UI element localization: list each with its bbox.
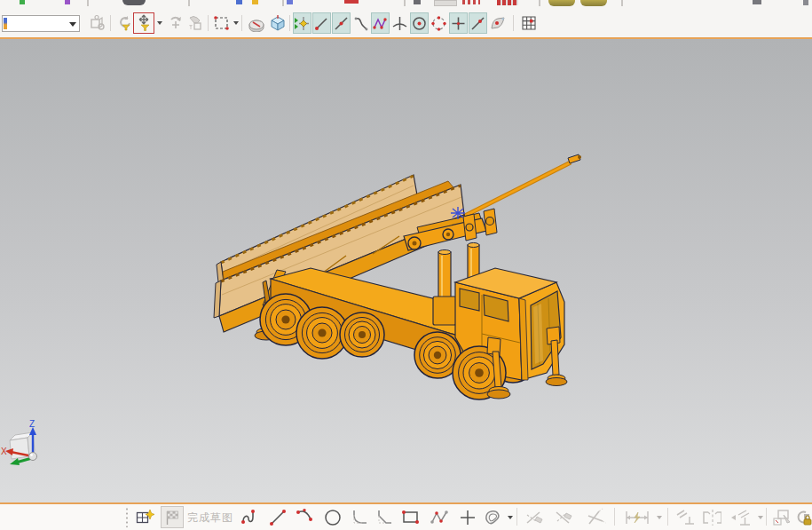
combo-dropdown-arrow-icon[interactable] — [69, 22, 76, 27]
ellipse-dropdown-icon[interactable] — [508, 516, 513, 519]
hydraulic-cylinder[interactable] — [433, 250, 456, 326]
arc-button[interactable] — [294, 506, 317, 528]
existing-point-snap-button[interactable] — [371, 12, 390, 34]
toolbar-drag-handle[interactable] — [125, 507, 129, 527]
rectangle-button[interactable] — [398, 506, 422, 528]
point-on-surface-snap-button[interactable] — [488, 12, 508, 34]
alternate-solution-button[interactable] — [792, 506, 812, 528]
create-sketch-button[interactable] — [133, 506, 156, 528]
point-on-surface-snap-icon — [489, 15, 508, 32]
toolbar-separator — [208, 15, 209, 31]
point-on-curve-snap-button[interactable] — [469, 12, 487, 34]
toolbar-separator — [766, 508, 767, 526]
ellipse-button[interactable] — [482, 506, 505, 528]
intersection-snap-button[interactable] — [390, 12, 409, 34]
show-hide-button[interactable] — [87, 12, 108, 34]
previous-filter-button[interactable] — [114, 12, 135, 34]
point-icon — [458, 508, 477, 527]
midpoint-snap-icon — [333, 15, 350, 32]
snapshot-solid-icon — [247, 14, 266, 32]
endpoint-snap-button[interactable] — [312, 12, 331, 34]
geometric-constraints-icon — [674, 508, 695, 527]
circle-button[interactable] — [321, 506, 344, 528]
rapid-dimension-button[interactable] — [621, 506, 653, 528]
clipped-icon-fragment — [287, 0, 293, 4]
toolbar-grip — [188, 0, 190, 6]
profile-button[interactable] — [238, 506, 261, 528]
quick-trim-button[interactable] — [523, 506, 546, 528]
wheel[interactable] — [340, 312, 384, 357]
csys-marker[interactable] — [451, 207, 465, 219]
arc-center-snap-icon — [411, 15, 428, 32]
clipped-icon-fragment — [580, 0, 607, 6]
selection-filter-button[interactable] — [133, 12, 154, 34]
control-point-snap-icon — [352, 15, 369, 32]
control-point-snap-button[interactable] — [351, 12, 370, 34]
enable-snap-point-button[interactable] — [293, 12, 311, 34]
fillet-button[interactable] — [349, 506, 372, 528]
clipped-icon-fragment — [414, 0, 421, 4]
arc-center-snap-button[interactable] — [410, 12, 429, 34]
toolbar-separator — [241, 15, 242, 31]
dimension-dropdown-icon[interactable] — [657, 516, 662, 519]
toolbar-grip — [404, 0, 406, 6]
studio-spline-icon — [429, 508, 450, 527]
model-truck-scene[interactable]: X Z — [0, 39, 812, 502]
quick-extend-icon — [553, 508, 574, 527]
display-constraints-dropdown-icon[interactable] — [758, 516, 763, 519]
rotate-reposition-button[interactable] — [165, 12, 186, 34]
studio-spline-button[interactable] — [428, 506, 451, 528]
chamfer-button[interactable] — [374, 506, 397, 528]
circle-icon — [322, 507, 343, 528]
clipped-toolbar-row — [0, 0, 812, 9]
shaded-cube-icon — [268, 13, 288, 33]
snapshot-solid-button[interactable] — [246, 12, 267, 34]
triad-x-label: X — [1, 447, 7, 456]
antenna-rod[interactable] — [463, 154, 581, 217]
toolbar-separator — [667, 508, 668, 526]
view-triad[interactable]: X Z — [1, 419, 37, 465]
make-corner-button[interactable] — [584, 506, 607, 528]
mirror-curve-button[interactable] — [699, 506, 722, 528]
application-window: X Z 完成草图 — [0, 0, 812, 530]
shaded-cube-button[interactable] — [267, 12, 288, 34]
finish-sketch-button[interactable] — [161, 506, 184, 528]
clipped-icon-fragment — [20, 0, 25, 4]
grid-point-button[interactable] — [518, 12, 540, 34]
selection-filter-icon — [135, 14, 153, 32]
display-constraints-button[interactable] — [728, 506, 754, 528]
marquee-select-dropdown-icon[interactable] — [233, 21, 239, 25]
toolbar-separator — [513, 15, 514, 31]
ellipse-icon — [483, 508, 504, 527]
view-selector-combo[interactable] — [2, 15, 80, 32]
arc-icon — [295, 507, 316, 528]
fillet-icon — [351, 508, 370, 527]
midpoint-snap-button[interactable] — [332, 12, 351, 34]
capture-filter-icon — [186, 14, 204, 32]
point-plus-snap-icon — [450, 15, 467, 32]
quick-trim-icon — [524, 508, 545, 527]
graphics-viewport[interactable]: X Z — [0, 39, 812, 502]
clipped-icon-fragment — [65, 0, 70, 4]
endpoint-snap-icon — [313, 15, 330, 32]
toolbar-grip — [621, 0, 623, 6]
alternate-solution-icon — [793, 508, 812, 527]
selection-filter-dropdown-icon[interactable] — [157, 21, 162, 25]
toolbar-grip — [282, 0, 284, 6]
clipped-button-fragment — [434, 0, 457, 6]
quadrant-point-snap-button[interactable] — [430, 12, 448, 34]
toolbar-separator — [289, 15, 290, 31]
display-constraints-icon — [729, 508, 753, 527]
clipped-icon-fragment — [548, 0, 575, 6]
marquee-select-button[interactable] — [211, 12, 233, 34]
point-plus-snap-button[interactable] — [449, 12, 468, 34]
geometric-constraints-button[interactable] — [673, 506, 696, 528]
point-button[interactable] — [456, 506, 479, 528]
make-corner-icon — [585, 508, 606, 527]
capture-filter-button[interactable] — [185, 12, 206, 34]
convert-reference-button[interactable] — [770, 506, 793, 528]
clipped-icon-fragment — [803, 0, 808, 5]
quick-extend-button[interactable] — [552, 506, 575, 528]
line-icon — [268, 508, 288, 527]
line-button[interactable] — [266, 506, 289, 528]
